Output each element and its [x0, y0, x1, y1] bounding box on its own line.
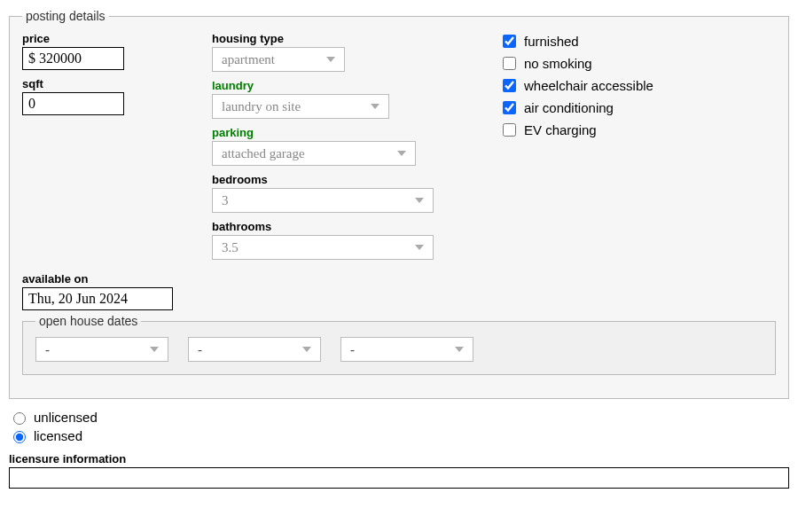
parking-select[interactable]: attached garage — [212, 141, 416, 166]
no-smoking-label: no smoking — [524, 56, 592, 71]
open-house-legend: open house dates — [35, 314, 141, 328]
sqft-input[interactable] — [22, 92, 124, 115]
open-house-slot-2-value: - — [198, 342, 202, 357]
licensure-info-label: licensure information — [9, 452, 789, 466]
wheelchair-checkbox[interactable] — [503, 79, 516, 92]
ac-label: air conditioning — [524, 100, 614, 115]
furnished-row[interactable]: furnished — [499, 32, 776, 51]
ev-checkbox[interactable] — [503, 123, 516, 137]
unlicensed-row[interactable]: unlicensed — [9, 410, 789, 425]
furnished-label: furnished — [524, 34, 579, 49]
laundry-value: laundry on site — [222, 99, 301, 114]
bathrooms-value: 3.5 — [222, 240, 239, 255]
price-input[interactable] — [22, 47, 124, 70]
laundry-label: laundry — [212, 79, 478, 92]
licensed-label: licensed — [34, 428, 82, 443]
open-house-slot-1[interactable]: - — [35, 337, 168, 362]
housing-type-value: apartment — [222, 52, 275, 67]
posting-details-legend: posting details — [22, 9, 109, 23]
open-house-slot-2[interactable]: - — [188, 337, 321, 362]
chevron-down-icon — [397, 151, 406, 156]
bathrooms-label: bathrooms — [212, 220, 478, 233]
chevron-down-icon — [326, 57, 335, 62]
licensed-row[interactable]: licensed — [9, 428, 789, 443]
laundry-select[interactable]: laundry on site — [212, 94, 389, 119]
available-on-label: available on — [22, 272, 776, 286]
chevron-down-icon — [415, 198, 424, 203]
chevron-down-icon — [455, 347, 464, 352]
posting-details-fieldset: posting details price sqft housing type … — [9, 9, 789, 399]
sqft-label: sqft — [22, 77, 191, 90]
ac-row[interactable]: air conditioning — [499, 98, 776, 117]
bathrooms-select[interactable]: 3.5 — [212, 235, 434, 260]
unlicensed-radio[interactable] — [13, 412, 26, 425]
available-on-input[interactable] — [22, 287, 173, 310]
licensure-info-input[interactable] — [9, 467, 789, 489]
no-smoking-checkbox[interactable] — [503, 57, 516, 70]
parking-value: attached garage — [222, 146, 305, 161]
chevron-down-icon — [150, 347, 159, 352]
open-house-slot-3[interactable]: - — [340, 337, 473, 362]
chevron-down-icon — [371, 104, 379, 109]
wheelchair-label: wheelchair accessible — [524, 78, 653, 93]
open-house-slot-3-value: - — [350, 342, 355, 357]
ac-checkbox[interactable] — [503, 101, 516, 114]
furnished-checkbox[interactable] — [503, 35, 516, 48]
bedrooms-label: bedrooms — [212, 173, 478, 186]
housing-type-label: housing type — [212, 32, 478, 45]
unlicensed-label: unlicensed — [34, 410, 98, 425]
housing-type-select[interactable]: apartment — [212, 47, 345, 72]
bedrooms-select[interactable]: 3 — [212, 188, 434, 213]
price-label: price — [22, 32, 191, 45]
chevron-down-icon — [415, 245, 424, 250]
bedrooms-value: 3 — [222, 193, 229, 208]
parking-label: parking — [212, 126, 478, 139]
wheelchair-row[interactable]: wheelchair accessible — [499, 76, 776, 95]
open-house-fieldset: open house dates - - - — [22, 314, 776, 375]
licensed-radio[interactable] — [13, 431, 26, 443]
chevron-down-icon — [302, 347, 311, 352]
ev-row[interactable]: EV charging — [499, 121, 776, 139]
open-house-slot-1-value: - — [45, 342, 50, 357]
no-smoking-row[interactable]: no smoking — [499, 54, 776, 73]
ev-label: EV charging — [524, 122, 597, 137]
